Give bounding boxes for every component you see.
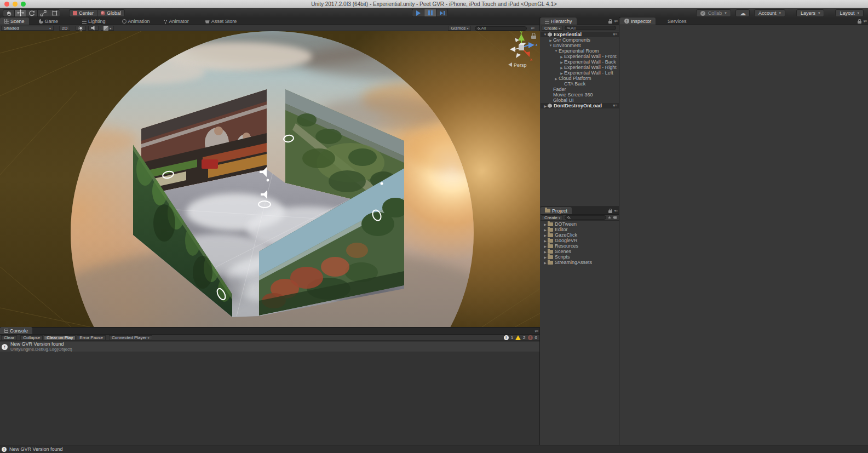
- hierarchy-item-experiential-room[interactable]: ▼ Experiential Room: [541, 48, 619, 54]
- expander-icon[interactable]: ▼: [548, 44, 553, 47]
- expander-icon[interactable]: ▶: [559, 71, 564, 75]
- error-count-icon[interactable]: !: [528, 335, 533, 340]
- hierarchy-item-global-ui[interactable]: Global UI: [541, 98, 619, 103]
- 2d-toggle-button[interactable]: 2D: [59, 26, 70, 31]
- tab-project[interactable]: Project: [541, 207, 572, 214]
- log-entry[interactable]: ! New GVR Version found UnityEngine.Debu…: [0, 342, 539, 352]
- collab-dropdown[interactable]: ✓ Collab ▾: [696, 9, 731, 17]
- expander-icon[interactable]: ▶: [543, 228, 548, 232]
- hierarchy-item-environment[interactable]: ▼ Environment: [541, 43, 619, 48]
- clear-button[interactable]: Clear: [1, 335, 17, 340]
- tab-scene[interactable]: Scene: [0, 18, 29, 25]
- hierarchy-item-movie-screen-360[interactable]: Movie Screen 360: [541, 92, 619, 98]
- labels-icon[interactable]: [613, 216, 617, 219]
- tab-inspector[interactable]: ! Inspector: [620, 18, 656, 25]
- expander-icon[interactable]: ▶: [559, 66, 564, 70]
- panel-menu-icon[interactable]: ▾≡: [614, 19, 617, 24]
- minimize-window-button[interactable]: [13, 2, 18, 7]
- expander-icon[interactable]: ▶: [554, 77, 559, 81]
- hierarchy-item-gvr-components[interactable]: ▶ Gvr Components: [541, 37, 619, 43]
- expander-icon[interactable]: ▶: [543, 255, 548, 259]
- tab-console[interactable]: Console: [0, 327, 32, 334]
- layout-dropdown[interactable]: Layout ▾: [835, 9, 864, 17]
- project-search-input[interactable]: [565, 215, 606, 220]
- create-dropdown[interactable]: Create ▾: [542, 215, 563, 220]
- expander-icon[interactable]: ▶: [543, 250, 548, 254]
- folder-scripts[interactable]: ▶ Scripts: [541, 254, 619, 260]
- hierarchy-item-cloud-platform[interactable]: ▶ Cloud Platform: [541, 76, 619, 81]
- info-count-icon[interactable]: !: [504, 335, 509, 340]
- tab-hierarchy[interactable]: Hierarchy: [541, 18, 577, 25]
- hierarchy-item-wall-left[interactable]: ▶ Experiential Wall - Left: [541, 70, 619, 76]
- scale-tool-button[interactable]: [37, 9, 49, 17]
- close-window-button[interactable]: [4, 2, 9, 7]
- expander-icon[interactable]: ▶: [559, 60, 564, 64]
- lock-icon[interactable]: [608, 21, 612, 24]
- scene-viewport[interactable]: y z x Persp: [0, 31, 540, 327]
- panel-menu-icon[interactable]: ▾≡: [531, 26, 534, 31]
- layers-dropdown[interactable]: Layers ▾: [796, 9, 825, 17]
- pause-button[interactable]: [424, 9, 436, 17]
- folder-dotween[interactable]: ▶ DOTween: [541, 221, 619, 227]
- expander-icon[interactable]: ▼: [554, 49, 559, 53]
- panel-menu-icon[interactable]: ▾≡: [614, 209, 617, 213]
- axis-cube[interactable]: [519, 45, 524, 50]
- hierarchy-item-wall-front[interactable]: ▶ Experiential Wall - Front: [541, 54, 619, 59]
- tab-animator[interactable]: Animator: [159, 18, 193, 25]
- expander-icon[interactable]: ▶: [543, 233, 548, 237]
- hierarchy-item-experiential[interactable]: ▼ Experiential ▾≡: [541, 32, 619, 37]
- folder-gazeclick[interactable]: ▶ GazeClick: [541, 232, 619, 238]
- scene-search-input[interactable]: All: [475, 26, 527, 31]
- account-dropdown[interactable]: Account ▾: [754, 9, 785, 17]
- panel-menu-icon[interactable]: ▾≡: [534, 329, 538, 334]
- pivot-toggle-button[interactable]: Center: [69, 9, 97, 17]
- expander-icon[interactable]: ▶: [543, 261, 548, 265]
- create-dropdown[interactable]: Create ▾: [542, 26, 563, 31]
- tab-asset-store[interactable]: Asset Store: [201, 18, 242, 25]
- hierarchy-item-wall-back[interactable]: ▶ Experiential Wall - Back: [541, 59, 619, 65]
- folder-googlevr[interactable]: ▶ GoogleVR: [541, 238, 619, 243]
- clear-on-play-toggle[interactable]: Clear on Play: [44, 335, 76, 340]
- move-tool-button[interactable]: [14, 9, 26, 17]
- zoom-window-button[interactable]: [21, 2, 26, 7]
- play-button[interactable]: [412, 9, 424, 17]
- connected-player-dropdown[interactable]: Connected Player ▾: [109, 335, 152, 340]
- dot-gizmo[interactable]: [381, 182, 383, 185]
- tab-game[interactable]: Game: [35, 18, 63, 25]
- expander-icon[interactable]: ▶: [543, 104, 548, 108]
- hierarchy-item-dontdestroyonload[interactable]: ▶ DontDestroyOnLoad ▾≡: [541, 103, 619, 108]
- lock-icon[interactable]: [858, 21, 861, 24]
- step-button[interactable]: [436, 9, 448, 17]
- status-bar[interactable]: ! New GVR Version found: [0, 445, 868, 453]
- shading-mode-dropdown[interactable]: Shaded ▾: [1, 26, 54, 31]
- scene-lighting-toggle[interactable]: [76, 26, 86, 31]
- hand-tool-button[interactable]: [3, 9, 14, 17]
- hierarchy-item-cta-back[interactable]: CTA Back: [541, 81, 619, 87]
- hierarchy-item-wall-right[interactable]: ▶ Experiential Wall - Right: [541, 65, 619, 70]
- folder-scenes[interactable]: ▶ Scenes: [541, 249, 619, 254]
- expander-icon[interactable]: ▶: [543, 222, 548, 226]
- expander-icon[interactable]: ▶: [548, 38, 553, 42]
- panel-menu-icon[interactable]: ▾≡: [863, 19, 866, 24]
- expander-icon[interactable]: ▼: [543, 33, 548, 36]
- expander-icon[interactable]: ▶: [559, 55, 564, 59]
- warning-count-icon[interactable]: [515, 335, 521, 340]
- lock-icon[interactable]: [608, 210, 612, 213]
- scene-audio-toggle[interactable]: [88, 26, 99, 31]
- favorites-icon[interactable]: [608, 216, 611, 219]
- scene-row-menu-icon[interactable]: ▾≡: [613, 32, 617, 37]
- hierarchy-item-fader[interactable]: Fader: [541, 87, 619, 92]
- scene-row-menu-icon[interactable]: ▾≡: [613, 104, 617, 108]
- collapse-toggle[interactable]: Collapse: [20, 335, 43, 340]
- space-toggle-button[interactable]: Global: [97, 9, 125, 17]
- folder-editor[interactable]: ▶ Editor: [541, 227, 619, 232]
- hierarchy-search-input[interactable]: All: [565, 26, 616, 30]
- folder-streamingassets[interactable]: ▶ StreamingAssets: [541, 260, 619, 265]
- expander-icon[interactable]: ▶: [543, 244, 548, 248]
- tab-lighting[interactable]: Lighting: [78, 18, 110, 25]
- gizmos-dropdown[interactable]: Gizmos ▾: [448, 26, 471, 31]
- rect-tool-button[interactable]: [49, 9, 60, 17]
- error-pause-toggle[interactable]: Error Pause: [77, 335, 106, 340]
- scene-effects-dropdown[interactable]: ▾: [101, 26, 114, 31]
- cloud-services-button[interactable]: ☁: [735, 9, 750, 17]
